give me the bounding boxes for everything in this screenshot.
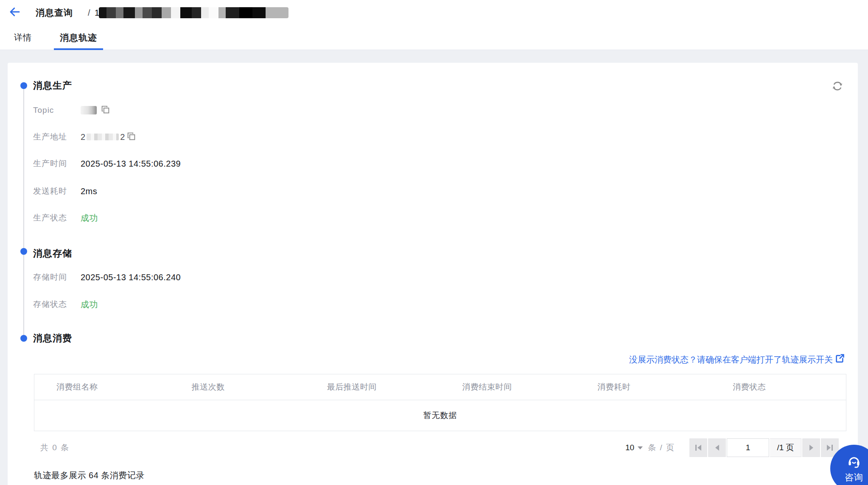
tab-detail[interactable]: 详情 — [14, 25, 32, 50]
send-cost-value: 2ms — [81, 187, 97, 196]
last-page-icon — [832, 445, 833, 451]
timeline-dot-production — [20, 82, 27, 89]
next-page-icon — [809, 445, 813, 451]
copy-icon — [101, 105, 110, 116]
refresh-icon — [832, 86, 843, 93]
page-size-unit: 条 / 页 — [648, 442, 675, 453]
headset-icon — [846, 454, 862, 471]
field-label-producer-address: 生产地址 — [33, 131, 81, 142]
timeline-dot-storage — [20, 248, 27, 255]
chat-support-label: 咨询 — [845, 471, 863, 483]
field-row-topic: Topic — [33, 105, 110, 116]
storage-status-value: 成功 — [81, 299, 98, 310]
breadcrumb-separator: / — [88, 0, 90, 25]
copy-producer-address-button[interactable] — [126, 132, 136, 142]
trace-footnote: 轨迹最多展示 64 条消费记录 — [34, 470, 145, 481]
field-row-production-time: 生产时间 2025-05-13 14:55:06.239 — [33, 158, 181, 169]
breadcrumb-message-id-redacted — [99, 7, 288, 18]
producer-address-end: 2 — [120, 132, 125, 142]
production-time-value: 2025-05-13 14:55:06.239 — [81, 159, 181, 169]
tab-message-trace[interactable]: 消息轨迹 — [54, 25, 103, 50]
section-title-consumption: 消息消费 — [33, 333, 72, 344]
trace-card: 消息生产 Topic 生产地址 2 2 生产时间 2025-05-13 14:5… — [8, 63, 858, 485]
page-size-select[interactable]: 10 — [625, 443, 643, 452]
external-link-icon — [835, 354, 844, 365]
storage-time-value: 2025-05-13 14:55:06.240 — [81, 273, 181, 282]
first-page-button[interactable] — [689, 438, 707, 457]
refresh-button[interactable] — [832, 80, 843, 92]
column-header-consume-status: 消费状态 — [711, 382, 846, 393]
consumption-help-link[interactable]: 没展示消费状态？请确保在客户端打开了轨迹展示开关 — [629, 354, 844, 365]
field-row-storage-status: 存储状态 成功 — [33, 299, 98, 310]
field-label-production-status: 生产状态 — [33, 212, 81, 223]
field-row-storage-time: 存储时间 2025-05-13 14:55:06.240 — [33, 272, 181, 283]
active-tab-underline — [54, 48, 103, 50]
copy-icon — [127, 132, 136, 142]
field-row-send-cost: 发送耗时 2ms — [33, 186, 97, 197]
table-empty-placeholder: 暂无数据 — [34, 400, 846, 431]
section-title-storage: 消息存储 — [33, 248, 72, 259]
breadcrumb-root[interactable]: 消息查询 — [36, 0, 73, 25]
field-row-producer-address: 生产地址 2 2 — [33, 131, 136, 142]
tab-message-trace-label: 消息轨迹 — [60, 32, 97, 44]
pagination-total: 共 0 条 — [40, 438, 70, 457]
producer-address-start: 2 — [81, 132, 85, 142]
first-page-icon — [695, 445, 697, 451]
prev-page-button[interactable] — [708, 438, 726, 457]
message-trace-page: { "colors": { "accent_blue": "#2f6ce8", … — [0, 0, 868, 485]
tabs-bar: 详情 消息轨迹 — [0, 25, 868, 50]
topic-value-redacted — [81, 106, 97, 114]
field-label-send-cost: 发送耗时 — [33, 186, 81, 197]
column-header-consumer-group: 消费组名称 — [34, 382, 170, 393]
trace-timeline-line — [23, 86, 24, 338]
copy-topic-button[interactable] — [101, 106, 110, 115]
next-page-button[interactable] — [802, 438, 820, 457]
page-total-label: /1 页 — [770, 438, 801, 457]
consumption-table-header: 消费组名称 推送次数 最后推送时间 消费结束时间 消费耗时 消费状态 — [34, 374, 846, 400]
pagination: 10 条 / 页 /1 页 — [625, 438, 839, 457]
section-title-production: 消息生产 — [33, 80, 72, 91]
field-row-production-status: 生产状态 成功 — [33, 212, 98, 223]
field-label-storage-status: 存储状态 — [33, 299, 81, 310]
first-page-icon-arrow — [697, 445, 701, 451]
column-header-push-count: 推送次数 — [170, 382, 305, 393]
prev-page-icon — [715, 445, 719, 451]
field-label-storage-time: 存储时间 — [33, 272, 81, 283]
arrow-left-icon — [8, 6, 21, 20]
caret-down-icon — [638, 446, 643, 449]
last-page-icon-arrow — [827, 445, 831, 451]
back-button[interactable] — [8, 6, 21, 19]
column-header-last-push-time: 最后推送时间 — [305, 382, 440, 393]
consumption-table: 消费组名称 推送次数 最后推送时间 消费结束时间 消费耗时 消费状态 暂无数据 — [34, 374, 846, 431]
column-header-consume-end-time: 消费结束时间 — [440, 382, 575, 393]
field-label-production-time: 生产时间 — [33, 158, 81, 169]
column-header-consume-cost: 消费耗时 — [575, 382, 711, 393]
timeline-dot-consumption — [20, 335, 27, 342]
top-bar: 消息查询 / 1 — [0, 0, 868, 25]
page-size-value: 10 — [625, 443, 634, 452]
field-label-topic: Topic — [33, 106, 81, 115]
pagination-buttons: /1 页 — [689, 438, 839, 457]
production-status-value: 成功 — [81, 212, 98, 224]
producer-address-redacted — [87, 134, 119, 140]
consumption-help-link-text: 没展示消费状态？请确保在客户端打开了轨迹展示开关 — [629, 354, 833, 365]
page-number-input[interactable] — [727, 438, 769, 457]
